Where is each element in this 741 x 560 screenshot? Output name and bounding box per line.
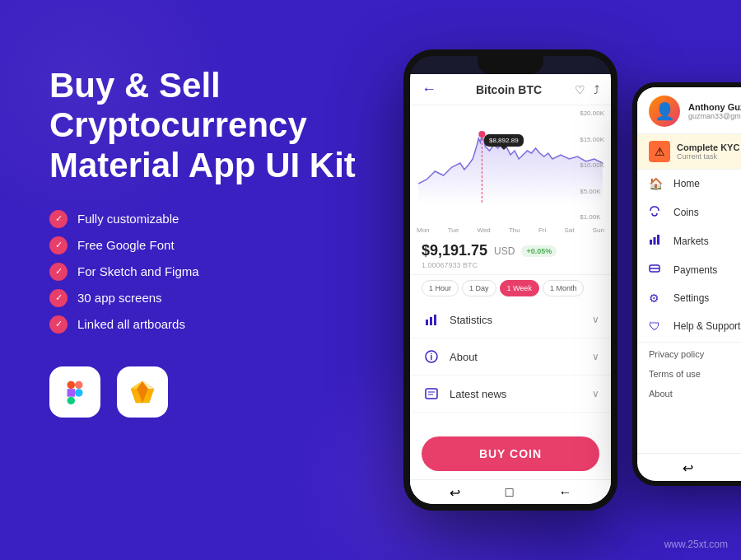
- menu-coins-label: Coins: [673, 207, 699, 218]
- user-info: Anthony Guzman guzman33@gmail.com: [688, 102, 741, 120]
- svg-rect-0: [68, 381, 75, 389]
- menu-item-help[interactable]: 🛡 Help & Support: [637, 312, 741, 340]
- nav-home-icon[interactable]: □: [506, 485, 514, 501]
- feature-label: 30 app screens: [77, 291, 162, 305]
- price-btc: 1.00067933 BTC: [422, 261, 599, 269]
- chevron-down-icon: ∨: [592, 351, 599, 362]
- about-label: About: [450, 351, 592, 363]
- phone-main: ← Bitcoin BTC ♡ ⤴ $20.00K $15.00K $10.00…: [403, 49, 618, 511]
- feature-item: ✓ 30 app screens: [49, 289, 362, 307]
- menu-item-markets[interactable]: Markets: [637, 226, 741, 255]
- nav-back-icon[interactable]: ←: [558, 485, 571, 501]
- svg-rect-4: [68, 397, 75, 404]
- accordion-about[interactable]: i About ∨: [410, 338, 611, 376]
- y-label: $1.00K: [580, 213, 604, 221]
- svg-text:i: i: [431, 352, 433, 362]
- y-label: $20.00K: [580, 110, 604, 117]
- news-label: Latest news: [450, 388, 592, 400]
- kyc-subtitle: Current task: [677, 152, 741, 161]
- features-list: ✓ Fully customizable ✓ Free Google Font …: [49, 210, 362, 334]
- left-panel: Buy & SellCryptocurrencyMaterial App UI …: [49, 66, 362, 418]
- feature-item: ✓ Free Google Font: [49, 236, 362, 254]
- kyc-text: Complete KYC Current task: [677, 142, 741, 161]
- phone-screen: ← Bitcoin BTC ♡ ⤴ $20.00K $15.00K $10.00…: [410, 74, 611, 504]
- menu-item-coins[interactable]: Coins: [637, 198, 741, 226]
- kyc-alert[interactable]: ⚠ Complete KYC Current task: [637, 134, 741, 170]
- feature-item: ✓ For Sketch and Figma: [49, 263, 362, 281]
- x-label: Mon: [417, 226, 430, 234]
- heart-icon[interactable]: ♡: [575, 83, 585, 96]
- payments-icon: [649, 263, 664, 277]
- kyc-title: Complete KYC: [677, 142, 741, 152]
- menu-payments-label: Payments: [673, 264, 717, 276]
- side-bottom-nav: ↩ ←: [637, 453, 741, 481]
- feature-label: Fully customizable: [77, 212, 179, 226]
- filter-1week[interactable]: 1 Week: [500, 280, 539, 296]
- chart-x-labels: Mon Tue Wed Thu Fri Sat Sun: [410, 225, 611, 236]
- price-change: +0.05%: [521, 245, 557, 257]
- user-row: 👤 Anthony Guzman guzman33@gmail.com: [649, 96, 741, 127]
- svg-marker-8: [148, 389, 154, 403]
- price-row: $9,191.75 USD +0.05%: [422, 242, 599, 259]
- kyc-warning-icon: ⚠: [649, 141, 670, 162]
- terms-of-use-link[interactable]: Terms of use: [637, 364, 741, 384]
- avatar: 👤: [649, 96, 680, 127]
- y-label: $10.00K: [580, 161, 604, 169]
- privacy-policy-link[interactable]: Privacy policy: [637, 344, 741, 364]
- back-arrow-icon[interactable]: ←: [422, 81, 436, 98]
- chart-y-labels: $20.00K $15.00K $10.00K $5.00K $1.00K: [580, 105, 604, 225]
- buy-coin-button[interactable]: BUY COIN: [422, 436, 599, 471]
- share-icon[interactable]: ⤴: [594, 83, 599, 96]
- menu-item-settings[interactable]: ⚙ Settings: [637, 284, 741, 312]
- statistics-label: Statistics: [450, 314, 592, 326]
- chevron-down-icon: ∨: [592, 388, 599, 399]
- menu-item-payments[interactable]: Payments: [637, 255, 741, 284]
- svg-rect-23: [657, 235, 659, 245]
- sketch-icon: [117, 366, 168, 418]
- accordion-statistics[interactable]: Statistics ∨: [410, 301, 611, 338]
- side-menu: 🏠 Home Coins Markets Payments: [637, 170, 741, 453]
- tool-icons: [49, 366, 362, 418]
- nav-recent-icon[interactable]: ↩: [683, 460, 693, 476]
- filter-1day[interactable]: 1 Day: [462, 280, 496, 296]
- svg-rect-14: [430, 317, 432, 325]
- app-header: ← Bitcoin BTC ♡ ⤴: [410, 74, 611, 105]
- feature-item: ✓ Linked all artboards: [49, 315, 362, 334]
- nav-recent-icon[interactable]: ↩: [450, 485, 460, 501]
- filter-1month[interactable]: 1 Month: [543, 280, 585, 296]
- phone-side-screen: 👤 Anthony Guzman guzman33@gmail.com ⚠ Co…: [637, 87, 741, 481]
- price-section: $9,191.75 USD +0.05% 1.00067933 BTC: [410, 236, 611, 275]
- svg-rect-18: [426, 389, 437, 399]
- settings-icon: ⚙: [649, 292, 664, 305]
- svg-point-3: [75, 389, 82, 396]
- x-label: Sat: [565, 226, 575, 234]
- side-header: 👤 Anthony Guzman guzman33@gmail.com: [637, 87, 741, 134]
- x-label: Sun: [593, 226, 604, 234]
- filter-1hour[interactable]: 1 Hour: [422, 280, 459, 296]
- menu-item-home[interactable]: 🏠 Home: [637, 170, 741, 198]
- time-filters: 1 Hour 1 Day 1 Week 1 Month: [410, 275, 611, 301]
- figma-icon: [49, 366, 100, 418]
- price-tooltip: $8,892.89: [484, 134, 524, 147]
- app-title: Bitcoin BTC: [443, 83, 575, 96]
- price-usd: $9,191.75: [422, 242, 487, 259]
- menu-markets-label: Markets: [673, 236, 709, 247]
- markets-icon: [649, 234, 664, 248]
- check-icon: ✓: [49, 315, 68, 334]
- chart-area: $20.00K $15.00K $10.00K $5.00K $1.00K: [410, 105, 611, 225]
- y-label: $5.00K: [580, 188, 604, 195]
- check-icon: ✓: [49, 210, 68, 228]
- home-icon: 🏠: [649, 177, 664, 190]
- about-link[interactable]: About: [637, 384, 741, 404]
- svg-marker-7: [131, 389, 137, 403]
- help-icon: 🛡: [649, 320, 664, 333]
- x-label: Fri: [538, 226, 546, 234]
- news-icon: [422, 384, 441, 404]
- watermark: www.25xt.com: [664, 539, 728, 550]
- menu-help-label: Help & Support: [673, 320, 740, 332]
- menu-settings-label: Settings: [673, 292, 709, 304]
- price-chart: [418, 105, 603, 204]
- phone-side: 👤 Anthony Guzman guzman33@gmail.com ⚠ Co…: [632, 82, 741, 486]
- svg-rect-15: [434, 315, 436, 325]
- accordion-news[interactable]: Latest news ∨: [410, 376, 611, 413]
